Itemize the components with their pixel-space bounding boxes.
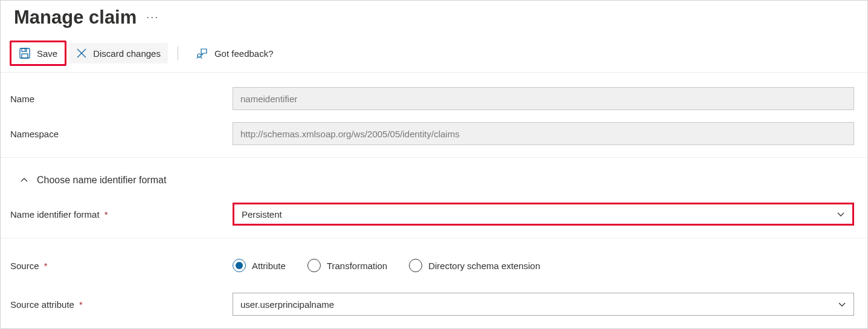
name-identifier-format-select[interactable]: Persistent bbox=[233, 203, 854, 226]
save-icon bbox=[19, 47, 31, 59]
svg-rect-1 bbox=[22, 48, 27, 51]
feedback-button[interactable]: Got feedback? bbox=[188, 42, 281, 64]
source-radio-transformation-label: Transformation bbox=[327, 261, 387, 271]
discard-button[interactable]: Discard changes bbox=[69, 43, 168, 64]
svg-rect-2 bbox=[22, 54, 28, 58]
page-title: Manage claim bbox=[14, 7, 137, 28]
source-radio-transformation[interactable]: Transformation bbox=[307, 259, 387, 272]
save-button[interactable]: Save bbox=[10, 41, 66, 66]
name-identifier-format-label-text: Name identifier format bbox=[10, 209, 100, 220]
source-radio-attribute-label: Attribute bbox=[252, 261, 286, 271]
namespace-input bbox=[233, 122, 854, 145]
feedback-button-label: Got feedback? bbox=[214, 48, 274, 59]
command-bar: Save Discard changes Got feedback? bbox=[1, 30, 867, 73]
source-label-text: Source bbox=[10, 261, 39, 271]
close-icon bbox=[76, 48, 87, 59]
feedback-icon bbox=[195, 47, 208, 59]
separator bbox=[1, 238, 867, 238]
page-header: Manage claim ··· bbox=[1, 1, 867, 30]
name-input bbox=[233, 87, 854, 110]
separator bbox=[1, 157, 867, 158]
source-attribute-label: Source attribute * bbox=[9, 299, 233, 310]
save-button-label: Save bbox=[37, 48, 57, 59]
source-radio-directory-label: Directory schema extension bbox=[428, 261, 540, 271]
source-radio-directory[interactable]: Directory schema extension bbox=[409, 259, 540, 272]
name-identifier-format-row: Name identifier format * Persistent bbox=[1, 197, 867, 232]
chevron-up-icon bbox=[20, 176, 28, 184]
section-toggle-name-format[interactable]: Choose name identifier format bbox=[1, 164, 867, 197]
toolbar-divider bbox=[178, 47, 178, 60]
chevron-down-icon bbox=[837, 210, 845, 218]
source-radio-attribute[interactable]: Attribute bbox=[233, 259, 286, 272]
chevron-down-icon bbox=[838, 300, 846, 308]
namespace-label: Namespace bbox=[9, 129, 233, 139]
discard-button-label: Discard changes bbox=[93, 48, 161, 59]
source-radio-group: Attribute Transformation Directory schem… bbox=[233, 259, 859, 272]
namespace-row: Namespace bbox=[1, 116, 867, 151]
source-label: Source * bbox=[9, 261, 233, 271]
required-asterisk: * bbox=[104, 209, 108, 220]
source-attribute-value: user.userprincipalname bbox=[240, 299, 334, 310]
source-row: Source * Attribute Transformation Direct… bbox=[1, 244, 867, 287]
radio-unselected-icon bbox=[307, 259, 321, 272]
source-attribute-row: Source attribute * user.userprincipalnam… bbox=[1, 287, 867, 322]
source-attribute-select[interactable]: user.userprincipalname bbox=[233, 293, 854, 316]
required-asterisk: * bbox=[44, 261, 48, 271]
radio-unselected-icon bbox=[409, 259, 422, 272]
name-label: Name bbox=[9, 94, 233, 104]
required-asterisk: * bbox=[79, 299, 83, 310]
name-row: Name bbox=[1, 81, 867, 116]
name-identifier-format-label: Name identifier format * bbox=[9, 209, 233, 220]
source-attribute-label-text: Source attribute bbox=[10, 299, 74, 310]
more-ellipsis-icon[interactable]: ··· bbox=[146, 11, 159, 25]
form-area: Name Namespace Choose name identifier fo… bbox=[1, 73, 867, 322]
name-identifier-format-value: Persistent bbox=[242, 209, 282, 220]
radio-selected-icon bbox=[233, 259, 246, 272]
section-toggle-label: Choose name identifier format bbox=[37, 175, 166, 186]
